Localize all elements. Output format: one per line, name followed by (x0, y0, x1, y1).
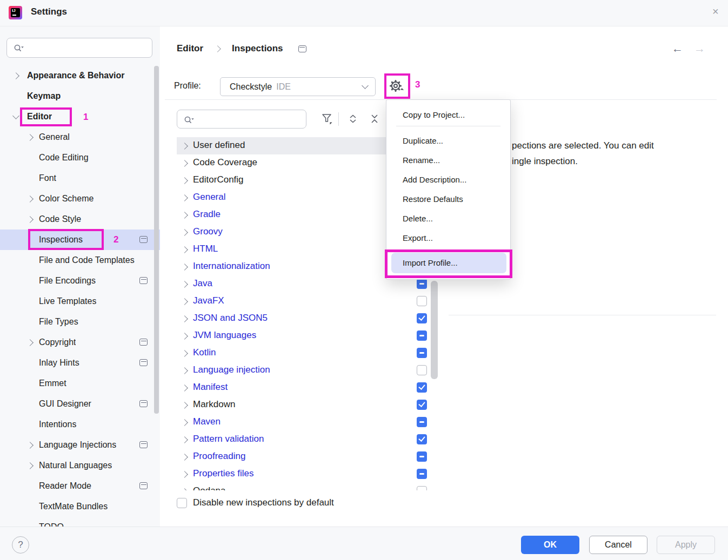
chevron-right-icon[interactable] (181, 402, 188, 409)
checkbox-empty[interactable] (417, 296, 427, 306)
chevron-right-icon[interactable] (181, 143, 188, 150)
checkbox-indeterminate[interactable] (417, 330, 427, 341)
tree-row[interactable]: Qodana (177, 483, 439, 490)
chevron-right-icon[interactable] (181, 488, 188, 490)
sidebar-item-todo[interactable]: TODO (0, 517, 153, 527)
chevron-right-icon[interactable] (181, 419, 188, 426)
sidebar-item-natural-languages[interactable]: Natural Languages (0, 455, 153, 476)
annotation-box-3 (384, 73, 410, 99)
sidebar-item-copyright[interactable]: Copyright (0, 332, 153, 353)
menu-item-export[interactable]: Export... (386, 228, 510, 248)
chevron-right-icon[interactable] (181, 367, 188, 374)
cancel-button[interactable]: Cancel (589, 536, 647, 554)
tree-row[interactable]: JavaFX (177, 293, 439, 310)
collapse-all-button[interactable] (368, 112, 382, 126)
sidebar-item-color-scheme[interactable]: Color Scheme (0, 188, 153, 209)
checkbox-indeterminate[interactable] (417, 417, 427, 427)
tree-row[interactable]: Markdown (177, 396, 439, 414)
chevron-right-icon[interactable] (181, 315, 188, 322)
tree-row[interactable]: Proofreading (177, 448, 439, 465)
chevron-right-icon[interactable] (181, 281, 188, 288)
checkbox-indeterminate[interactable] (417, 469, 427, 479)
sidebar-item-gui-designer[interactable]: GUI Designer (0, 394, 153, 414)
checkbox-checked[interactable] (417, 434, 427, 444)
tree-row[interactable]: JSON and JSON5 (177, 310, 439, 327)
checkbox-indeterminate[interactable] (417, 279, 427, 289)
chevron-right-icon[interactable] (181, 229, 188, 236)
sidebar-item-file-code-templates[interactable]: File and Code Templates (0, 250, 153, 271)
close-icon[interactable]: × (712, 5, 719, 18)
sidebar-scrollbar[interactable] (154, 66, 159, 414)
chevron-right-icon[interactable] (181, 194, 188, 201)
sidebar-item-code-editing[interactable]: Code Editing (0, 147, 153, 168)
settings-search-input[interactable] (6, 38, 152, 58)
chevron-right-icon[interactable] (181, 246, 188, 253)
chevron-right-icon[interactable] (181, 298, 188, 305)
sidebar-item-reader-mode[interactable]: Reader Mode (0, 476, 153, 496)
sidebar-item-general[interactable]: General (0, 127, 153, 147)
sidebar-item-intentions[interactable]: Intentions (0, 414, 153, 435)
chevron-right-icon[interactable] (181, 160, 188, 167)
tree-row[interactable]: Maven (177, 414, 439, 431)
chevron-right-icon[interactable] (26, 339, 34, 346)
sidebar-item-emmet[interactable]: Emmet (0, 373, 153, 394)
chevron-right-icon[interactable] (26, 195, 34, 203)
breadcrumb-inspections: Inspections (232, 43, 283, 54)
checkbox-checked[interactable] (417, 313, 427, 323)
expand-all-button[interactable] (346, 112, 360, 126)
checkbox-indeterminate[interactable] (417, 348, 427, 358)
chevron-right-icon[interactable] (26, 462, 34, 469)
ok-button[interactable]: OK (521, 536, 579, 554)
checkbox-checked[interactable] (417, 400, 427, 410)
tree-row[interactable]: JVM languages (177, 327, 439, 345)
sidebar-item-file-encodings[interactable]: File Encodings (0, 271, 153, 291)
profile-dropdown[interactable]: Checkstyle IDE (220, 77, 376, 96)
sidebar-item-keymap[interactable]: Keymap (0, 86, 153, 106)
tree-row[interactable]: Manifest (177, 379, 439, 396)
chevron-right-icon[interactable] (26, 216, 34, 223)
chevron-right-icon[interactable] (26, 442, 34, 449)
tree-scrollbar[interactable] (431, 281, 438, 379)
chevron-right-icon[interactable] (181, 436, 188, 443)
sidebar-item-file-types[interactable]: File Types (0, 312, 153, 332)
annotation-box-1 (20, 107, 72, 126)
chevron-right-icon[interactable] (181, 454, 188, 461)
chevron-right-icon[interactable] (181, 384, 188, 392)
menu-item-rename[interactable]: Rename... (386, 151, 510, 170)
help-button[interactable]: ? (12, 536, 29, 554)
sidebar-item-live-templates[interactable]: Live Templates (0, 291, 153, 312)
sidebar-item-font[interactable]: Font (0, 168, 153, 188)
sidebar-item-inlay-hints[interactable]: Inlay Hints (0, 353, 153, 373)
back-arrow-icon[interactable]: ← (672, 42, 683, 55)
breadcrumb-editor[interactable]: Editor (177, 43, 203, 54)
chevron-right-icon[interactable] (181, 177, 188, 184)
tree-row[interactable]: Properties files (177, 465, 439, 483)
menu-item-copy-to-project[interactable]: Copy to Project... (386, 105, 510, 125)
chevron-right-icon[interactable] (181, 212, 188, 219)
menu-item-duplicate[interactable]: Duplicate... (386, 131, 510, 151)
chevron-right-icon[interactable] (26, 134, 34, 141)
checkbox-empty[interactable] (417, 365, 427, 375)
checkbox-checked[interactable] (417, 382, 427, 393)
chevron-right-icon[interactable] (181, 264, 188, 271)
sidebar-item-language-injections[interactable]: Language Injections (0, 435, 153, 455)
sidebar-item-textmate-bundles[interactable]: TextMate Bundles (0, 496, 153, 517)
menu-item-restore-defaults[interactable]: Restore Defaults (386, 190, 510, 209)
chevron-right-icon[interactable] (181, 350, 188, 357)
menu-item-add-description[interactable]: Add Description... (386, 170, 510, 190)
tree-row[interactable]: Language injection (177, 362, 439, 379)
sidebar-item-appearance-behavior[interactable]: Appearance & Behavior (0, 65, 153, 86)
tree-row[interactable]: Pattern validation (177, 431, 439, 448)
checkbox-empty[interactable] (417, 486, 427, 490)
menu-item-delete[interactable]: Delete... (386, 209, 510, 228)
checkbox-empty[interactable] (177, 498, 187, 508)
tree-row[interactable]: Kotlin (177, 345, 439, 362)
sidebar-item-code-style[interactable]: Code Style (0, 209, 153, 230)
chevron-right-icon[interactable] (181, 471, 188, 478)
chevron-down-icon[interactable] (12, 112, 19, 119)
chevron-right-icon[interactable] (12, 72, 19, 79)
chevron-right-icon[interactable] (181, 333, 188, 340)
filter-button[interactable] (320, 112, 334, 126)
inspections-search-input[interactable] (177, 110, 306, 129)
checkbox-indeterminate[interactable] (417, 451, 427, 462)
